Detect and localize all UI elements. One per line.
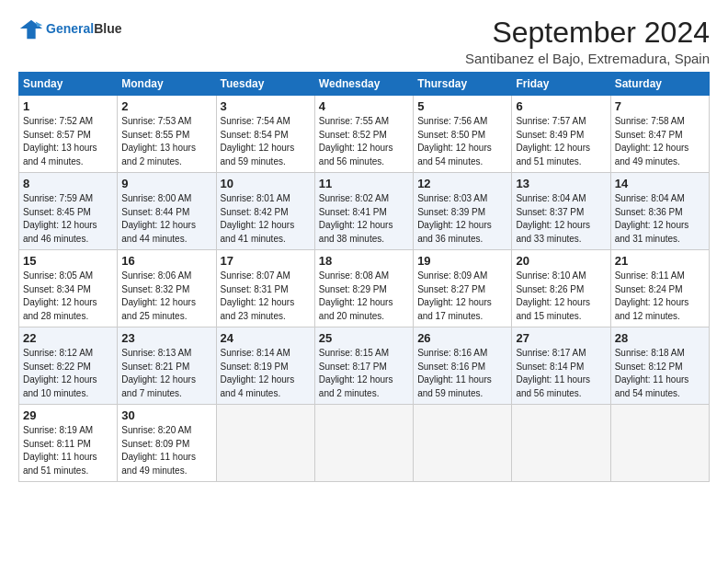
day-info: Sunrise: 8:09 AM Sunset: 8:27 PM Dayligh… (417, 270, 507, 323)
day-info: Sunrise: 8:17 AM Sunset: 8:14 PM Dayligh… (516, 347, 606, 400)
day-number: 3 (221, 99, 311, 113)
day-info: Sunrise: 8:01 AM Sunset: 8:42 PM Dayligh… (221, 192, 311, 246)
calendar-cell: 16Sunrise: 8:06 AM Sunset: 8:32 PM Dayli… (118, 250, 216, 327)
day-info: Sunrise: 7:55 AM Sunset: 8:52 PM Dayligh… (319, 115, 409, 168)
calendar-cell: 15Sunrise: 8:05 AM Sunset: 8:34 PM Dayli… (19, 250, 118, 327)
calendar-cell (314, 405, 413, 482)
calendar-cell: 7Sunrise: 7:58 AM Sunset: 8:47 PM Daylig… (610, 96, 709, 173)
day-number: 14 (615, 177, 705, 190)
day-info: Sunrise: 8:04 AM Sunset: 8:37 PM Dayligh… (516, 192, 606, 246)
day-number: 30 (121, 408, 211, 422)
day-number: 23 (121, 331, 211, 345)
calendar-cell: 26Sunrise: 8:16 AM Sunset: 8:16 PM Dayli… (414, 327, 512, 405)
calendar-cell: 22Sunrise: 8:12 AM Sunset: 8:22 PM Dayli… (19, 327, 118, 405)
day-number: 2 (121, 99, 211, 113)
day-number: 28 (615, 331, 705, 345)
day-number: 27 (516, 331, 606, 345)
day-info: Sunrise: 8:05 AM Sunset: 8:34 PM Dayligh… (23, 270, 113, 323)
weekday-header: Thursday (414, 73, 512, 96)
day-info: Sunrise: 8:14 AM Sunset: 8:19 PM Dayligh… (221, 347, 311, 400)
page-title: September 2024 (465, 17, 710, 49)
calendar-header-row: SundayMondayTuesdayWednesdayThursdayFrid… (19, 73, 710, 96)
title-block: September 2024 Santibanez el Bajo, Extre… (465, 17, 710, 66)
day-number: 12 (417, 177, 507, 190)
calendar-cell: 29Sunrise: 8:19 AM Sunset: 8:11 PM Dayli… (19, 405, 118, 482)
calendar-cell: 28Sunrise: 8:18 AM Sunset: 8:12 PM Dayli… (610, 327, 709, 405)
day-info: Sunrise: 8:19 AM Sunset: 8:11 PM Dayligh… (23, 424, 113, 477)
day-info: Sunrise: 8:04 AM Sunset: 8:36 PM Dayligh… (615, 192, 705, 246)
day-number: 11 (319, 177, 409, 190)
calendar-table: SundayMondayTuesdayWednesdayThursdayFrid… (18, 72, 710, 482)
calendar-cell: 8Sunrise: 7:59 AM Sunset: 8:45 PM Daylig… (19, 173, 118, 250)
day-info: Sunrise: 8:15 AM Sunset: 8:17 PM Dayligh… (319, 347, 409, 400)
day-number: 19 (417, 254, 507, 268)
logo-text: GeneralBlue (46, 22, 121, 36)
weekday-header: Wednesday (314, 73, 413, 96)
day-info: Sunrise: 7:53 AM Sunset: 8:55 PM Dayligh… (121, 115, 211, 168)
calendar-cell: 10Sunrise: 8:01 AM Sunset: 8:42 PM Dayli… (216, 173, 314, 250)
calendar-cell: 17Sunrise: 8:07 AM Sunset: 8:31 PM Dayli… (216, 250, 314, 327)
day-info: Sunrise: 8:06 AM Sunset: 8:32 PM Dayligh… (121, 270, 211, 323)
day-number: 13 (516, 177, 606, 190)
calendar-cell: 24Sunrise: 8:14 AM Sunset: 8:19 PM Dayli… (216, 327, 314, 405)
day-info: Sunrise: 8:12 AM Sunset: 8:22 PM Dayligh… (23, 347, 113, 400)
day-number: 4 (319, 99, 409, 113)
calendar-week-row: 8Sunrise: 7:59 AM Sunset: 8:45 PM Daylig… (19, 173, 710, 250)
svg-marker-0 (20, 20, 42, 40)
day-number: 8 (23, 177, 113, 190)
day-info: Sunrise: 8:11 AM Sunset: 8:24 PM Dayligh… (615, 270, 705, 323)
day-info: Sunrise: 8:03 AM Sunset: 8:39 PM Dayligh… (417, 192, 507, 246)
calendar-cell: 9Sunrise: 8:00 AM Sunset: 8:44 PM Daylig… (118, 173, 216, 250)
calendar-cell: 2Sunrise: 7:53 AM Sunset: 8:55 PM Daylig… (118, 96, 216, 173)
calendar-week-row: 1Sunrise: 7:52 AM Sunset: 8:57 PM Daylig… (19, 96, 710, 173)
calendar-cell: 3Sunrise: 7:54 AM Sunset: 8:54 PM Daylig… (216, 96, 314, 173)
page: GeneralBlue September 2024 Santibanez el… (0, 0, 728, 491)
calendar-cell: 20Sunrise: 8:10 AM Sunset: 8:26 PM Dayli… (512, 250, 610, 327)
calendar-week-row: 15Sunrise: 8:05 AM Sunset: 8:34 PM Dayli… (19, 250, 710, 327)
day-number: 6 (516, 99, 606, 113)
day-number: 10 (221, 177, 311, 190)
logo-icon (18, 17, 44, 42)
day-info: Sunrise: 8:08 AM Sunset: 8:29 PM Dayligh… (319, 270, 409, 323)
calendar-cell: 13Sunrise: 8:04 AM Sunset: 8:37 PM Dayli… (512, 173, 610, 250)
page-subtitle: Santibanez el Bajo, Extremadura, Spain (465, 51, 710, 66)
day-info: Sunrise: 8:16 AM Sunset: 8:16 PM Dayligh… (417, 347, 507, 400)
calendar-cell: 27Sunrise: 8:17 AM Sunset: 8:14 PM Dayli… (512, 327, 610, 405)
day-info: Sunrise: 7:56 AM Sunset: 8:50 PM Dayligh… (417, 115, 507, 168)
calendar-cell: 11Sunrise: 8:02 AM Sunset: 8:41 PM Dayli… (314, 173, 413, 250)
day-info: Sunrise: 8:00 AM Sunset: 8:44 PM Dayligh… (121, 192, 211, 246)
weekday-header: Tuesday (216, 73, 314, 96)
day-number: 20 (516, 254, 606, 268)
day-number: 5 (417, 99, 507, 113)
day-number: 18 (319, 254, 409, 268)
day-info: Sunrise: 8:02 AM Sunset: 8:41 PM Dayligh… (319, 192, 409, 246)
calendar-cell: 1Sunrise: 7:52 AM Sunset: 8:57 PM Daylig… (19, 96, 118, 173)
day-number: 15 (23, 254, 113, 268)
day-number: 9 (121, 177, 211, 190)
day-info: Sunrise: 8:13 AM Sunset: 8:21 PM Dayligh… (121, 347, 211, 400)
day-number: 22 (23, 331, 113, 345)
day-number: 24 (221, 331, 311, 345)
day-number: 17 (221, 254, 311, 268)
day-info: Sunrise: 7:58 AM Sunset: 8:47 PM Dayligh… (615, 115, 705, 168)
day-info: Sunrise: 8:10 AM Sunset: 8:26 PM Dayligh… (516, 270, 606, 323)
calendar-cell: 18Sunrise: 8:08 AM Sunset: 8:29 PM Dayli… (314, 250, 413, 327)
calendar-cell (512, 405, 610, 482)
calendar-cell: 14Sunrise: 8:04 AM Sunset: 8:36 PM Dayli… (610, 173, 709, 250)
logo: GeneralBlue (18, 17, 121, 42)
day-info: Sunrise: 8:20 AM Sunset: 8:09 PM Dayligh… (121, 424, 211, 477)
day-number: 1 (23, 99, 113, 113)
calendar-cell: 30Sunrise: 8:20 AM Sunset: 8:09 PM Dayli… (118, 405, 216, 482)
calendar-cell: 25Sunrise: 8:15 AM Sunset: 8:17 PM Dayli… (314, 327, 413, 405)
calendar-cell (216, 405, 314, 482)
weekday-header: Saturday (610, 73, 709, 96)
calendar-cell (610, 405, 709, 482)
calendar-cell: 5Sunrise: 7:56 AM Sunset: 8:50 PM Daylig… (414, 96, 512, 173)
calendar-cell: 21Sunrise: 8:11 AM Sunset: 8:24 PM Dayli… (610, 250, 709, 327)
day-info: Sunrise: 7:57 AM Sunset: 8:49 PM Dayligh… (516, 115, 606, 168)
day-number: 16 (121, 254, 211, 268)
calendar-cell: 19Sunrise: 8:09 AM Sunset: 8:27 PM Dayli… (414, 250, 512, 327)
day-number: 25 (319, 331, 409, 345)
day-number: 7 (615, 99, 705, 113)
calendar-week-row: 29Sunrise: 8:19 AM Sunset: 8:11 PM Dayli… (19, 405, 710, 482)
